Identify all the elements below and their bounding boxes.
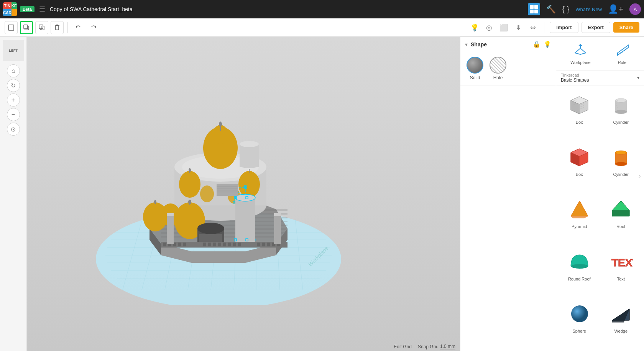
shape-item-box-gray[interactable]: Box <box>559 89 600 139</box>
shape-panel-title: Shape <box>471 41 530 48</box>
logo-ker: KER <box>12 2 17 9</box>
shape-thumb-cylinder-orange <box>608 144 634 171</box>
whats-new-link[interactable]: What's New <box>575 7 602 12</box>
fit-button[interactable]: ⊙ <box>7 123 20 136</box>
shape-thumb-box-red <box>566 144 593 171</box>
redo-button[interactable] <box>87 21 100 34</box>
shape-light-icon[interactable]: 💡 <box>544 41 551 48</box>
shape-panel: ▾ Shape 🔒 💡 Solid Hole <box>460 37 556 351</box>
hole-circle <box>490 57 506 74</box>
shapes-library: Workplane Ruler <box>556 37 644 351</box>
workplane-label: Workplane <box>570 60 590 65</box>
svg-rect-101 <box>233 243 236 246</box>
light-bulb-icon[interactable]: 💡 <box>469 22 480 33</box>
shape-label-sphere: Sphere <box>573 329 586 333</box>
svg-point-146 <box>571 264 588 269</box>
user-add-icon[interactable]: 👤+ <box>608 4 623 14</box>
home-view-button[interactable]: ⌂ <box>7 64 20 77</box>
shape-label-cylinder-gray: Cylinder <box>613 120 629 125</box>
doc-menu-icon[interactable]: ☰ <box>39 5 45 13</box>
svg-rect-97 <box>213 243 216 246</box>
shape-panel-header: ▾ Shape 🔒 💡 <box>460 37 556 52</box>
shape-item-cylinder-gray[interactable]: Cylinder <box>601 89 641 139</box>
svg-rect-93 <box>178 243 181 246</box>
shape-item-cylinder-orange[interactable]: Cylinder <box>601 141 641 191</box>
view-cube[interactable]: LEFT <box>3 40 24 61</box>
svg-marker-114 <box>618 45 628 55</box>
svg-point-60 <box>238 171 260 198</box>
logo-cad: CAD <box>3 9 12 16</box>
svg-rect-94 <box>183 243 186 246</box>
right-panels: ▾ Shape 🔒 💡 Solid Hole <box>460 37 644 351</box>
chevron-down-icon[interactable]: ▾ <box>637 75 639 80</box>
edit-grid-button[interactable]: Edit Grid <box>394 344 412 349</box>
ruler-button[interactable]: Ruler <box>614 40 632 67</box>
shape-label-pyramid-yellow: Pyramid <box>572 224 587 229</box>
hole-option[interactable]: Hole <box>490 57 506 80</box>
svg-rect-99 <box>223 243 226 246</box>
svg-point-55 <box>188 200 191 204</box>
share-button[interactable]: Share <box>613 22 639 33</box>
svg-marker-145 <box>612 210 629 216</box>
svg-marker-142 <box>571 201 588 218</box>
zoom-in-button[interactable]: + <box>7 93 20 107</box>
svg-point-140 <box>615 162 627 166</box>
shape-item-pyramid-yellow[interactable]: Pyramid <box>559 193 600 243</box>
svg-point-87 <box>197 223 224 234</box>
shape-item-roof-green[interactable]: Roof <box>601 193 641 243</box>
svg-point-75 <box>235 194 255 201</box>
shapes-grid: Box Cylin <box>556 85 644 351</box>
undo-button[interactable] <box>72 21 85 34</box>
scroll-right-indicator[interactable]: › <box>638 171 641 180</box>
target-icon[interactable]: ◎ <box>483 22 495 33</box>
svg-line-116 <box>622 51 623 52</box>
duplicate-button[interactable] <box>20 21 33 34</box>
app-logo[interactable]: TIN KER CAD <box>3 2 17 16</box>
new-shape-button[interactable] <box>5 21 18 34</box>
svg-rect-100 <box>228 243 231 246</box>
svg-line-117 <box>624 49 625 51</box>
import-icon[interactable]: ⬇ <box>513 22 524 33</box>
user-avatar[interactable]: A <box>629 3 641 15</box>
snap-grid-value[interactable]: 1.0 mm <box>440 344 455 349</box>
main-area: LEFT ⌂ ↻ + − ⊙ <box>0 37 644 351</box>
svg-point-148 <box>571 305 588 322</box>
shape-item-round-roof[interactable]: Round Roof <box>559 245 600 296</box>
svg-rect-4 <box>24 25 28 29</box>
svg-rect-108 <box>167 215 174 244</box>
shape-item-wedge[interactable]: Wedge <box>601 297 641 348</box>
orbit-button[interactable]: ↻ <box>7 79 20 92</box>
tools-icon[interactable]: 🔨 <box>546 5 556 14</box>
copy-button[interactable] <box>35 21 48 34</box>
svg-point-66 <box>240 141 259 147</box>
zoom-out-button[interactable]: − <box>7 108 20 121</box>
shape-thumb-round-roof <box>566 248 593 275</box>
document-title[interactable]: Copy of SWA Cathedral Start_beta <box>50 6 525 12</box>
logo-empty <box>12 9 17 16</box>
ruler-icon <box>616 42 630 59</box>
import-button[interactable]: Import <box>550 22 578 33</box>
shape-label-box-gray: Box <box>576 120 583 125</box>
svg-rect-104 <box>262 243 265 246</box>
library-selector[interactable]: Tinkercad Basic Shapes ▾ <box>556 71 644 85</box>
svg-rect-90 <box>163 243 166 246</box>
export-button[interactable]: Export <box>582 22 610 33</box>
delete-button[interactable] <box>51 21 64 34</box>
shape-lock-icon[interactable]: 🔒 <box>533 41 540 48</box>
mirror-icon[interactable]: ⇔ <box>527 22 539 33</box>
shape-panel-collapse[interactable]: ▾ <box>465 41 468 48</box>
library-category-info: Tinkercad Basic Shapes <box>561 73 589 83</box>
workplane-icon <box>573 42 587 59</box>
shape-item-sphere[interactable]: Sphere <box>559 297 600 348</box>
square-icon[interactable]: ⬜ <box>498 22 509 33</box>
shape-thumb-wedge <box>608 300 634 327</box>
solid-option[interactable]: Solid <box>467 57 483 80</box>
svg-point-50 <box>179 171 200 198</box>
shape-label-box-red: Box <box>576 172 583 177</box>
shape-item-text[interactable]: TEXT Text <box>601 245 641 296</box>
workplane-button[interactable]: Workplane <box>568 40 593 67</box>
shape-item-box-red[interactable]: Box <box>559 141 600 191</box>
grid-view-button[interactable] <box>528 3 540 15</box>
viewport[interactable]: Workplane Edit Grid Snap Grid 1.0 mm <box>27 37 460 351</box>
shape-editor-icon[interactable]: { } <box>562 5 569 14</box>
